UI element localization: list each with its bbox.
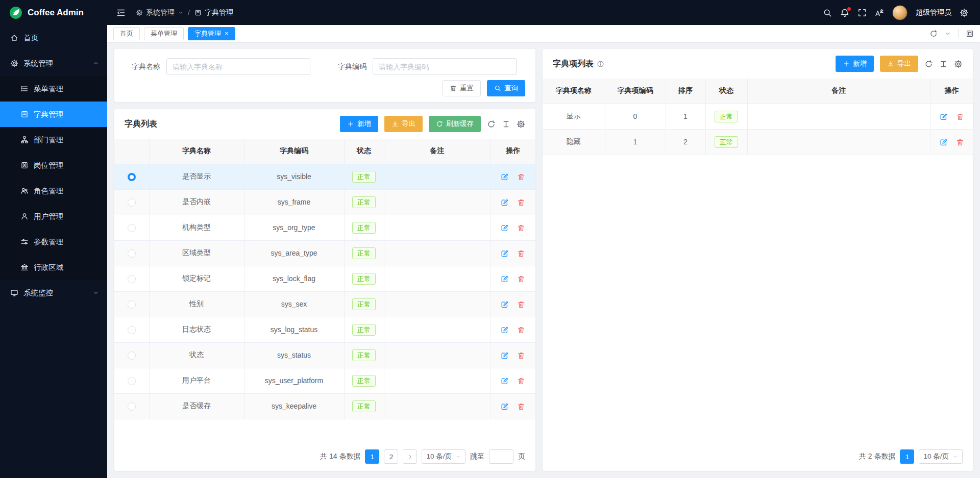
dict-table-row[interactable]: 是否内嵌sys_frame正常 — [114, 189, 535, 215]
edit-icon[interactable] — [501, 224, 509, 232]
dict-page-size-select[interactable]: 10 条/页 — [422, 449, 465, 464]
dict-table-row[interactable]: 区域类型sys_area_type正常 — [114, 240, 535, 266]
user-name[interactable]: 超级管理员 — [916, 8, 951, 17]
add-item-button[interactable]: 新增 — [836, 56, 874, 72]
translate-icon[interactable] — [875, 8, 884, 17]
search-icon[interactable] — [823, 8, 832, 17]
sidebar-item-home[interactable]: 首页 — [0, 25, 107, 51]
refresh-icon[interactable] — [487, 120, 496, 129]
next-page-button[interactable] — [403, 449, 417, 464]
dict-name-input[interactable] — [166, 58, 310, 75]
sidebar-item-monitor[interactable]: 系统监控 — [0, 280, 107, 306]
item-table-row[interactable]: 显示01正常 — [543, 104, 973, 129]
delete-icon[interactable] — [517, 275, 525, 283]
item-table-row[interactable]: 隐藏12正常 — [543, 129, 973, 155]
edit-icon[interactable] — [501, 351, 509, 360]
collapse-icon[interactable] — [116, 8, 126, 17]
tab-2[interactable]: 字典管理× — [188, 27, 235, 40]
dict-pagination: 共 14 条数据 12 10 条/页 跳至 页 — [320, 449, 525, 464]
frame-icon[interactable] — [966, 30, 974, 38]
page-button-1[interactable]: 1 — [900, 449, 914, 464]
row-radio[interactable] — [128, 300, 136, 309]
sidebar-item-region[interactable]: 行政区域 — [0, 255, 107, 280]
dict-table-row[interactable]: 是否缓存sys_keepalive正常 — [114, 393, 535, 419]
delete-icon[interactable] — [517, 224, 525, 232]
sidebar-item-dept[interactable]: 部门管理 — [0, 127, 107, 153]
fullscreen-icon[interactable] — [857, 8, 867, 17]
reset-button[interactable]: 重置 — [443, 80, 481, 96]
settings-icon[interactable] — [954, 60, 963, 68]
query-button[interactable]: 查询 — [487, 80, 525, 96]
dict-table-row[interactable]: 性别sys_sex正常 — [114, 291, 535, 317]
edit-icon[interactable] — [501, 300, 509, 309]
dict-table-row[interactable]: 用户平台sys_user_platform正常 — [114, 368, 535, 393]
delete-icon[interactable] — [517, 198, 525, 207]
dict-table-row[interactable]: 日志状态sys_log_status正常 — [114, 317, 535, 342]
tab-1[interactable]: 菜单管理 — [144, 27, 184, 40]
settings-icon[interactable] — [960, 8, 969, 17]
sidebar-item-user[interactable]: 用户管理 — [0, 204, 107, 229]
export-item-button[interactable]: 导出 — [880, 56, 918, 72]
text-size-icon[interactable] — [939, 60, 948, 68]
delete-icon[interactable] — [956, 113, 964, 121]
edit-icon[interactable] — [940, 138, 948, 146]
item-page-size-select[interactable]: 10 条/页 — [919, 449, 963, 464]
sidebar-item-system[interactable]: 系统管理 — [0, 51, 107, 76]
tab-0[interactable]: 首页 — [113, 27, 140, 40]
row-radio[interactable] — [128, 326, 136, 334]
main-area: 系统管理 / 字典管理 超级管理员 首页菜单管理字典管理× — [107, 0, 980, 478]
row-radio[interactable] — [128, 275, 136, 283]
edit-icon[interactable] — [501, 249, 509, 258]
delete-icon[interactable] — [517, 402, 525, 411]
dict-table-header: 字典名称 字典编码 状态 备注 操作 — [114, 139, 535, 164]
sidebar-item-dict[interactable]: 字典管理 — [0, 102, 107, 127]
export-dict-button[interactable]: 导出 — [384, 116, 423, 132]
bell-icon[interactable] — [840, 8, 849, 17]
add-dict-button[interactable]: 新增 — [340, 116, 378, 132]
delete-icon[interactable] — [517, 351, 525, 360]
breadcrumb-system[interactable]: 系统管理 — [136, 8, 183, 17]
page-button-2[interactable]: 2 — [384, 449, 398, 464]
edit-icon[interactable] — [501, 173, 509, 181]
page-button-1[interactable]: 1 — [365, 449, 379, 464]
delete-icon[interactable] — [517, 249, 525, 258]
edit-icon[interactable] — [501, 377, 509, 385]
row-radio[interactable] — [128, 224, 136, 232]
row-radio[interactable] — [128, 249, 136, 258]
row-radio[interactable] — [128, 402, 136, 411]
delete-icon[interactable] — [517, 377, 525, 385]
close-tab-icon[interactable]: × — [225, 30, 229, 37]
edit-icon[interactable] — [940, 113, 948, 121]
edit-icon[interactable] — [501, 275, 509, 283]
sidebar-item-role[interactable]: 角色管理 — [0, 178, 107, 204]
refresh-icon[interactable] — [929, 30, 938, 38]
edit-icon[interactable] — [501, 402, 509, 411]
chevron-down-icon[interactable] — [945, 31, 951, 37]
info-icon[interactable] — [597, 60, 604, 68]
edit-icon[interactable] — [501, 326, 509, 334]
refresh-cache-button[interactable]: 刷新缓存 — [429, 116, 481, 132]
dict-table-row[interactable]: 锁定标记sys_lock_flag正常 — [114, 266, 535, 291]
delete-icon[interactable] — [956, 138, 964, 146]
row-radio[interactable] — [128, 351, 136, 360]
dict-table-row[interactable]: 是否显示sys_visible正常 — [114, 164, 535, 189]
row-radio[interactable] — [128, 377, 136, 385]
row-radio[interactable] — [128, 173, 136, 181]
delete-icon[interactable] — [517, 300, 525, 309]
jump-page-input[interactable] — [489, 449, 513, 464]
edit-icon[interactable] — [501, 198, 509, 207]
dict-table-row[interactable]: 状态sys_status正常 — [114, 342, 535, 368]
user-avatar[interactable] — [892, 5, 908, 20]
sidebar-item-post[interactable]: 岗位管理 — [0, 153, 107, 178]
row-radio[interactable] — [128, 198, 136, 207]
settings-icon[interactable] — [517, 120, 525, 129]
text-size-icon[interactable] — [502, 120, 510, 129]
dict-code-input[interactable] — [373, 58, 517, 75]
delete-icon[interactable] — [517, 173, 525, 181]
delete-icon[interactable] — [517, 326, 525, 334]
sidebar-item-param[interactable]: 参数管理 — [0, 229, 107, 255]
app-logo[interactable]: Coffee Admin — [0, 0, 107, 25]
refresh-icon[interactable] — [924, 60, 933, 68]
dict-table-row[interactable]: 机构类型sys_org_type正常 — [114, 215, 535, 240]
sidebar-item-menu[interactable]: 菜单管理 — [0, 76, 107, 102]
